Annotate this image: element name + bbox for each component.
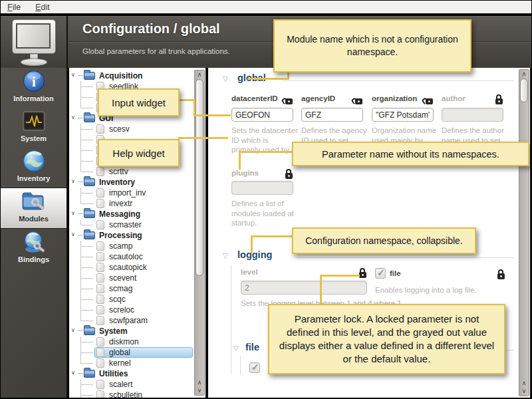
callout-connector xyxy=(251,235,253,253)
file-icon xyxy=(96,337,104,346)
expander-icon[interactable]: ∨ xyxy=(71,114,75,120)
tree-item-scmag[interactable]: scmag xyxy=(69,283,194,294)
tree-item-scalert[interactable]: scalert xyxy=(69,379,194,390)
scroll-up-icon[interactable]: ∧ xyxy=(195,378,204,386)
menu-item-file[interactable]: File xyxy=(7,3,21,12)
lock-closed-icon[interactable] xyxy=(495,94,503,104)
tree-item-scmaster[interactable]: scmaster xyxy=(69,219,194,230)
tree-item-scwfparam[interactable]: scwfparam xyxy=(69,315,194,326)
sidebar-item-modules[interactable]: Modules xyxy=(1,188,66,229)
agencyID-input[interactable] xyxy=(301,108,363,122)
menu-item-edit[interactable]: Edit xyxy=(35,3,50,12)
callout-help-widget: Help widget xyxy=(98,139,180,167)
lock-closed-icon[interactable] xyxy=(285,169,293,179)
sidebar-item-label: System xyxy=(21,134,47,142)
globe-wrench-icon xyxy=(22,230,46,254)
monitor-icon xyxy=(11,18,59,66)
tree-item-scbulletin[interactable]: scbulletin xyxy=(69,390,194,398)
lock-closed-icon[interactable] xyxy=(497,269,505,279)
lock-open-icon[interactable] xyxy=(425,94,434,104)
file-icon xyxy=(96,284,104,293)
sidebar-item-information[interactable]: iInformation xyxy=(1,68,66,108)
expander-icon[interactable]: ∨ xyxy=(71,72,75,78)
file-icon xyxy=(96,220,104,229)
callout-module-name: Module name which is not a configuration… xyxy=(273,19,471,72)
folder-icon xyxy=(84,370,95,378)
tree-item-diskmon[interactable]: diskmon xyxy=(69,336,194,347)
file-checkbox[interactable] xyxy=(375,268,386,279)
param-label-plugins: plugins xyxy=(231,169,293,179)
tree-item-Acquisition[interactable]: ∨Acquisition xyxy=(69,70,194,81)
folder-icon xyxy=(84,178,95,186)
file-icon xyxy=(96,263,104,272)
tree-item-kernel[interactable]: kernel xyxy=(69,358,194,368)
scroll-down-icon[interactable]: ∨ xyxy=(519,387,529,395)
sidebar: iInformationSystemInventoryModulesBindin… xyxy=(1,68,68,398)
expander-icon[interactable]: ∨ xyxy=(71,178,75,184)
sidebar-item-label: Information xyxy=(13,94,54,102)
section-title-logging[interactable]: logging xyxy=(237,249,272,260)
tree-item-scevent[interactable]: scevent xyxy=(69,273,194,283)
expander-icon[interactable]: ∨ xyxy=(71,231,75,237)
folder-icon xyxy=(84,114,95,122)
globe-icon xyxy=(22,149,46,173)
tree-item-screloc[interactable]: screloc xyxy=(69,305,194,315)
scroll-up-icon[interactable]: ∧ xyxy=(519,379,529,387)
callout-namespace: Configuration namespace, collapsible. xyxy=(292,227,476,254)
sidebar-item-bindings[interactable]: Bindings xyxy=(1,229,66,269)
collapse-triangle-icon[interactable]: ▽ xyxy=(233,344,239,352)
tree-item-scesv[interactable]: scesv xyxy=(69,124,194,134)
callout-connector xyxy=(239,151,241,170)
tree-item-Processing[interactable]: ∨Processing xyxy=(69,230,194,241)
collapse-triangle-icon[interactable]: ▽ xyxy=(223,252,228,259)
tree-item-scautoloc[interactable]: scautoloc xyxy=(69,251,194,262)
sidebar-item-system[interactable]: System xyxy=(1,108,66,148)
tree-scrollbar[interactable]: ∧ ∧ ∨ xyxy=(194,70,205,396)
expander-icon[interactable]: ∨ xyxy=(71,370,75,376)
tree-item-import_inv[interactable]: import_inv xyxy=(69,188,194,198)
config-scrollbar-thumb[interactable] xyxy=(520,78,528,102)
datacenterID-input[interactable] xyxy=(231,108,293,122)
level-input[interactable] xyxy=(241,281,367,295)
expander-icon[interactable]: ∨ xyxy=(71,327,75,333)
file-icon xyxy=(96,188,104,198)
callout-connector xyxy=(251,235,293,237)
tree-item-System[interactable]: ∨System xyxy=(69,326,194,336)
file-section-checkbox[interactable] xyxy=(249,362,260,373)
callout-connector xyxy=(320,275,360,277)
expander-icon[interactable]: ∨ xyxy=(71,210,75,216)
author-input[interactable] xyxy=(442,108,503,122)
tree-item-scamp[interactable]: scamp xyxy=(69,241,194,251)
lock-open-icon[interactable] xyxy=(285,94,293,104)
tree-item-global[interactable]: global xyxy=(69,347,194,358)
param-label-datacenterID: datacenterID xyxy=(231,94,293,104)
file-icon xyxy=(96,199,104,208)
module-tree: ∨Acquisitionseedlink∨GUIscesvscrttv∨Inve… xyxy=(69,70,194,398)
param-help-file: Enables logging into a log file. xyxy=(375,285,515,295)
tree-item-Utilities[interactable]: ∨Utilities xyxy=(69,368,194,379)
organization-input[interactable] xyxy=(372,108,434,122)
scroll-down-icon[interactable]: ∨ xyxy=(195,386,204,394)
section-title-file[interactable]: file xyxy=(245,342,259,352)
module-tree-panel: ∨Acquisitionseedlink∨GUIscesvscrttv∨Inve… xyxy=(69,68,207,398)
scroll-up-icon[interactable]: ∧ xyxy=(195,70,204,78)
sidebar-item-inventory[interactable]: Inventory xyxy=(1,148,66,188)
scroll-up-icon[interactable]: ∧ xyxy=(519,70,529,78)
param-label-organization: organization xyxy=(372,94,434,104)
tree-item-Inventory[interactable]: ∨Inventory xyxy=(69,177,194,188)
tree-item-scautopick[interactable]: scautopick xyxy=(69,262,194,273)
plugins-input[interactable] xyxy=(231,181,293,195)
tree-item-invextr[interactable]: invextr xyxy=(69,198,194,209)
tree-item-scrttv[interactable]: scrttv xyxy=(69,166,194,177)
section-indent-guide xyxy=(231,265,231,374)
tree-scrollbar-thumb[interactable] xyxy=(196,79,203,276)
system-waveform-icon xyxy=(23,109,45,133)
config-scrollbar[interactable]: ∧ ∧ ∨ xyxy=(519,69,529,396)
file-icon xyxy=(96,252,104,261)
file-icon xyxy=(96,295,104,304)
lock-open-icon[interactable] xyxy=(354,94,363,104)
collapse-triangle-icon[interactable]: ▽ xyxy=(223,75,228,82)
tree-item-Messaging[interactable]: ∨Messaging xyxy=(69,209,194,219)
tree-item-scqc[interactable]: scqc xyxy=(69,294,194,305)
svg-text:i: i xyxy=(32,74,36,90)
